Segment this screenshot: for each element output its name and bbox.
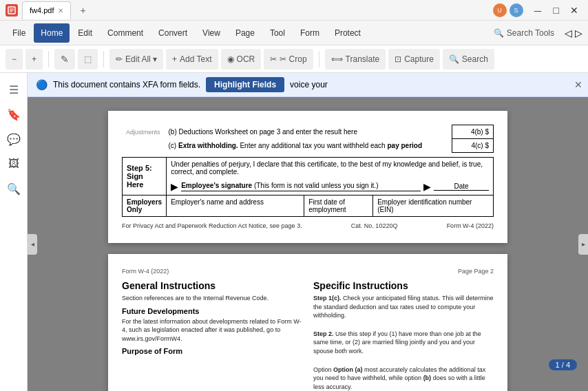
notification-close-icon[interactable]: ✕: [574, 79, 582, 90]
minimize-button[interactable]: ⸺: [529, 3, 547, 17]
toolbar: − + ✎ ⬚ ✏ Edit All ▾ + Add Text ◉ OCR ✂ …: [0, 45, 588, 73]
hand-icon: ✎: [61, 54, 69, 65]
capture-button[interactable]: ⊡ Capture: [388, 49, 440, 70]
page2-number: Page Page 2: [458, 268, 494, 275]
menu-page[interactable]: Page: [229, 23, 262, 43]
tab-close-icon[interactable]: ✕: [58, 7, 63, 14]
highlight-fields-button[interactable]: Highlight Fields: [206, 77, 284, 92]
step2-detail: Use this step if you (1) have more than …: [313, 330, 481, 355]
arrow-left: ▶: [171, 181, 178, 192]
zoom-in-icon: +: [32, 54, 36, 64]
notification-suffix: voice your: [290, 80, 328, 89]
crop-button[interactable]: ✂ ✂ Crop: [264, 49, 313, 70]
menu-protect[interactable]: Protect: [328, 23, 368, 43]
menu-form[interactable]: Form: [293, 23, 326, 43]
row-b-ref: 4(b) $: [471, 128, 489, 136]
new-tab-button[interactable]: +: [75, 3, 90, 18]
table-row: (c) Extra withholding. Enter any additio…: [122, 139, 494, 153]
user-avatar-1: U: [493, 3, 507, 17]
menu-home[interactable]: Home: [34, 23, 70, 43]
page-indicator-badge: 1 / 4: [549, 359, 577, 370]
sidebar-thumbnails-icon[interactable]: ☰: [3, 78, 25, 101]
window-controls: ⸺ □ ✕: [529, 3, 582, 17]
edit-all-button[interactable]: ✏ Edit All ▾: [109, 49, 163, 70]
menu-comment[interactable]: Comment: [101, 23, 150, 43]
user-avatar-2: S: [510, 3, 523, 17]
step2-text: Step 2. Use this step if you (1) have mo…: [313, 330, 494, 356]
sidebar-left: ☰ 🔖 💬 🖼 🔍: [0, 73, 28, 391]
close-button[interactable]: ✕: [566, 3, 582, 17]
menu-bar: File Home Edit Comment Convert View Page…: [0, 21, 588, 45]
back-button[interactable]: ◁: [565, 28, 572, 39]
adjustments-table: Adjustments (b) Deductions Worksheet on …: [122, 125, 494, 153]
sidebar-attachments-icon[interactable]: 🖼: [3, 153, 25, 175]
arrow-right: ▶: [423, 181, 431, 192]
menu-tool[interactable]: Tool: [263, 23, 292, 43]
form-name: Form W-4 (2022): [447, 222, 494, 229]
step5-table: Step 5: SignHere Under penalties of perj…: [122, 157, 494, 217]
separator-3: [319, 51, 319, 67]
pdf-page-1: Adjustments (b) Deductions Worksheet on …: [108, 111, 507, 243]
user-icons: U S: [493, 3, 523, 17]
menu-convert[interactable]: Convert: [151, 23, 194, 43]
capture-icon: ⊡: [395, 54, 401, 64]
future-dev-text: For the latest information about develop…: [122, 317, 302, 344]
employer-name-label: Employer's name and address: [171, 198, 264, 206]
translate-button[interactable]: ⟺ Translate: [325, 49, 386, 70]
table-row: Step 5: SignHere Under penalties of perj…: [123, 158, 494, 196]
zoom-out-icon: −: [12, 54, 17, 64]
search-button[interactable]: 🔍 Search: [443, 49, 494, 70]
hand-tool-button[interactable]: ✎: [54, 49, 75, 70]
ocr-button[interactable]: ◉ OCR: [221, 49, 262, 70]
row-b-label: (b): [169, 128, 177, 136]
sidebar-search-icon[interactable]: 🔍: [3, 178, 25, 200]
step1c-bold: Step 1(c).: [313, 295, 342, 302]
step5-description: Under penalties of perjury, I declare th…: [171, 160, 483, 176]
pay-period-label: pay period: [387, 142, 422, 149]
sig-note: (This form is not valid unless you sign …: [254, 182, 379, 189]
pdf-area[interactable]: ◂ ▸ Adjustments (b) Deductions Worksheet…: [28, 97, 588, 391]
sidebar-bookmarks-icon[interactable]: 🔖: [3, 103, 25, 125]
separator-2: [103, 51, 104, 67]
select-tool-button[interactable]: ⬚: [78, 49, 98, 70]
search-tools-button[interactable]: 🔍 Search Tools: [487, 23, 560, 43]
separator-1: [48, 51, 49, 67]
search-tools-icon: 🔍: [494, 28, 504, 38]
select-icon: ⬚: [84, 54, 92, 64]
first-date-label: First date of employment: [308, 198, 346, 213]
future-dev-title: Future Developments: [122, 307, 302, 315]
edit-icon: ✏: [116, 54, 123, 64]
employers-only-label: EmployersOnly: [127, 198, 162, 213]
maximize-button[interactable]: □: [549, 3, 563, 17]
zoom-in-button[interactable]: +: [25, 49, 43, 70]
add-text-button[interactable]: + Add Text: [166, 49, 218, 70]
tab-fw4[interactable]: fw4.pdf ✕: [22, 1, 71, 19]
signature-row: ▶ Employee's signature (This form is not…: [171, 181, 489, 192]
main-layout: ☰ 🔖 💬 🖼 🔍 🔵 This document contains XFA f…: [0, 73, 588, 391]
menu-edit[interactable]: Edit: [71, 23, 99, 43]
collapse-right-handle[interactable]: ▸: [578, 234, 588, 255]
row-c-ref: 4(c) $: [471, 142, 489, 149]
menu-view[interactable]: View: [196, 23, 227, 43]
title-bar: fw4.pdf ✕ + U S ⸺ □ ✕: [0, 0, 588, 21]
menu-file[interactable]: File: [6, 23, 32, 43]
specific-instructions-title: Specific Instructions: [313, 280, 494, 291]
notification-text: This document contains XFA form fields.: [53, 80, 200, 89]
sidebar-comments-icon[interactable]: 💬: [3, 128, 25, 150]
general-instructions-title: General Instructions: [122, 280, 302, 291]
specific-instructions-col: Specific Instructions Step 1(c). Check y…: [313, 280, 494, 391]
page2-form-label: Form W-4 (2022): [122, 268, 169, 275]
section-references-text: Section references are to the Internal R…: [122, 294, 302, 303]
zoom-out-button[interactable]: −: [6, 49, 23, 70]
collapse-left-handle[interactable]: ◂: [28, 234, 37, 255]
ein-label: Employer identification number (EIN): [377, 198, 472, 213]
add-text-icon: +: [172, 54, 177, 64]
employee-sig-label: Employee's signature (This form is not v…: [181, 182, 378, 189]
privacy-text: For Privacy Act and Paperwork Reduction …: [122, 222, 302, 229]
forward-button[interactable]: ▷: [575, 28, 582, 39]
form-icon: 🔵: [36, 79, 48, 90]
step1c-text: Step 1(c). Check your anticipated filing…: [313, 294, 494, 320]
adjustments-label: Adjustments: [126, 129, 160, 136]
table-row: Adjustments (b) Deductions Worksheet on …: [122, 125, 494, 139]
page2-columns: General Instructions Section references …: [122, 280, 494, 391]
